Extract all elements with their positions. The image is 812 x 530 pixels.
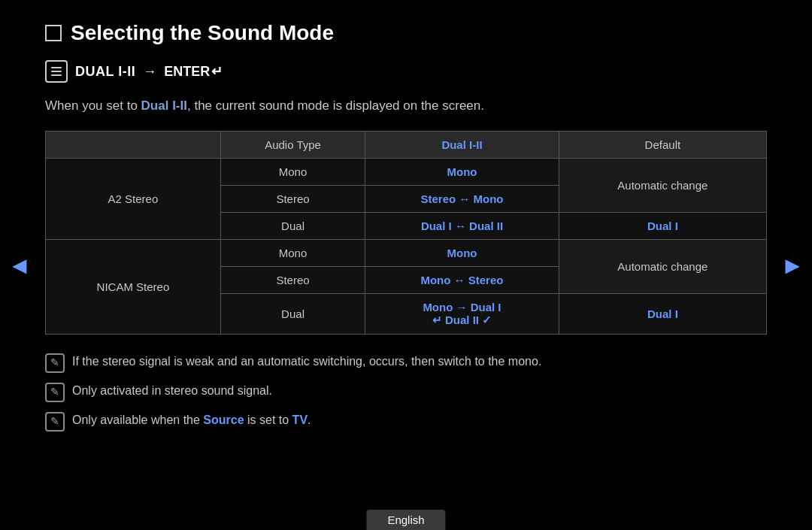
nicam-stereo-type: Stereo xyxy=(220,266,365,293)
nicam-dual-dual: Mono → Dual I↵ Dual II ✓ xyxy=(365,293,559,334)
col-header-audiotype: Audio Type xyxy=(220,131,365,158)
nav-left-arrow[interactable]: ◄ xyxy=(8,251,32,279)
note-item-2: ✎ Only activated in stereo sound signal. xyxy=(45,382,767,402)
subtitle-row: DUAL I-II → ENTER ↵ xyxy=(45,60,767,83)
subtitle-label: DUAL I-II xyxy=(75,64,135,80)
col-header-empty xyxy=(46,131,221,158)
description: When you set to Dual I-II, the current s… xyxy=(45,96,767,116)
note-text-3: Only available when the Source is set to… xyxy=(72,411,767,429)
svg-rect-2 xyxy=(51,74,62,76)
a2-stereo-type: Stereo xyxy=(220,185,365,212)
a2-dual-default: Dual I xyxy=(559,212,766,239)
note-icon-1: ✎ xyxy=(45,353,65,373)
source-highlight: Source xyxy=(203,413,244,426)
tv-highlight: TV xyxy=(292,413,308,426)
a2-dual-dual: Dual I ↔ Dual II xyxy=(365,212,559,239)
sound-table: Audio Type Dual I-II Default A2 Stereo M… xyxy=(45,131,767,335)
nav-right-arrow[interactable]: ► xyxy=(780,251,804,279)
menu-icon xyxy=(45,60,68,83)
enter-label: ENTER xyxy=(164,64,210,80)
a2-auto-change: Automatic change xyxy=(559,158,766,212)
subtitle-arrow: → xyxy=(143,64,156,80)
table-row: A2 Stereo Mono Mono Automatic change xyxy=(46,158,767,185)
a2-stereo-label: A2 Stereo xyxy=(46,158,221,239)
nicam-mono-type: Mono xyxy=(220,239,365,266)
note-text-2: Only activated in stereo sound signal. xyxy=(72,382,767,400)
svg-rect-0 xyxy=(51,67,62,68)
a2-mono-dual: Mono xyxy=(365,158,559,185)
checkbox-icon xyxy=(45,25,62,41)
note-icon-2: ✎ xyxy=(45,383,65,402)
table-row: NICAM Stereo Mono Mono Automatic change xyxy=(46,239,767,266)
col-header-dual: Dual I-II xyxy=(365,131,559,158)
nicam-dual-default: Dual I xyxy=(559,293,766,334)
page-title: Selecting the Sound Mode xyxy=(71,21,334,45)
note-item-3: ✎ Only available when the Source is set … xyxy=(45,411,767,432)
nicam-mono-dual: Mono xyxy=(365,239,559,266)
desc-before: When you set to xyxy=(45,98,141,113)
nicam-stereo-dual: Mono ↔ Stereo xyxy=(365,266,559,293)
desc-after: , the current sound mode is displayed on… xyxy=(187,98,484,113)
note-item-1: ✎ If the stereo signal is weak and an au… xyxy=(45,353,767,373)
svg-rect-1 xyxy=(51,71,62,72)
note-text-1: If the stereo signal is weak and an auto… xyxy=(72,353,767,371)
a2-mono-type: Mono xyxy=(220,158,365,185)
a2-dual-type: Dual xyxy=(220,212,365,239)
page-title-row: Selecting the Sound Mode xyxy=(45,21,767,45)
language-tab[interactable]: English xyxy=(366,510,445,530)
enter-icon: ENTER ↵ xyxy=(164,63,223,80)
a2-stereo-dual: Stereo ↔ Mono xyxy=(365,185,559,212)
col-header-default: Default xyxy=(559,131,766,158)
enter-symbol: ↵ xyxy=(211,63,223,80)
nicam-dual-type: Dual xyxy=(220,293,365,334)
note-icon-3: ✎ xyxy=(45,412,65,432)
table-header-row: Audio Type Dual I-II Default xyxy=(46,131,767,158)
desc-highlight: Dual I-II xyxy=(141,98,187,113)
main-content: Selecting the Sound Mode DUAL I-II → ENT… xyxy=(0,0,812,456)
nicam-auto-change: Automatic change xyxy=(559,239,766,293)
nicam-stereo-label: NICAM Stereo xyxy=(46,239,221,334)
notes-section: ✎ If the stereo signal is weak and an au… xyxy=(45,353,767,432)
